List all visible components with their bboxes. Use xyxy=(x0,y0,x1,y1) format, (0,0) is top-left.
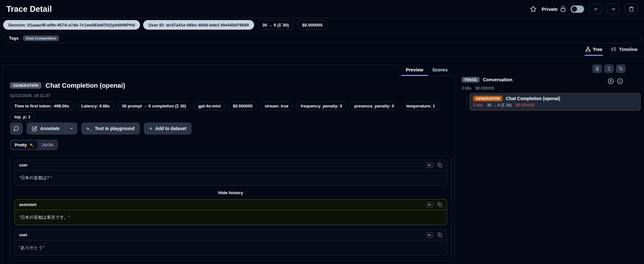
markdown-toggle-icon[interactable]: M↓ xyxy=(426,202,434,207)
message-content: "日本の首都は東京です。" xyxy=(15,210,447,225)
trace-type-badge: TRACE xyxy=(462,77,479,83)
trace-tree-root[interactable]: TRACE Conversation xyxy=(462,77,512,83)
lock-icon xyxy=(560,6,566,12)
tab-preview[interactable]: Preview xyxy=(401,65,428,76)
star-icon xyxy=(530,6,537,12)
privacy-control: Private xyxy=(542,5,584,13)
model-badge[interactable]: gpt-4o-mini xyxy=(194,101,225,110)
token-badge: 30 prompt → 0 completion (Σ 30) xyxy=(117,101,190,110)
observation-actions: Annotate >_ Test in playground + Add to … xyxy=(10,122,192,135)
test-in-playground-button[interactable]: >_ Test in playground xyxy=(81,122,140,135)
comment-button[interactable] xyxy=(10,122,23,135)
percent-icon xyxy=(618,66,623,71)
sparkles-icon xyxy=(29,143,34,147)
markdown-toggle-icon[interactable]: M↓ xyxy=(426,232,434,238)
message-user-1: user M↓ "日本の首都は? " xyxy=(14,160,447,186)
dataset-label: Add to dataset xyxy=(155,126,186,131)
tab-tree[interactable]: Tree xyxy=(585,47,603,56)
public-toggle[interactable] xyxy=(571,5,584,13)
observation-panel: Preview Scores GENERATION Chat Completio… xyxy=(3,65,455,264)
frequency-penalty-badge: frequency_penalty: 0 xyxy=(296,101,347,110)
message-header: assistant M↓ xyxy=(15,200,447,210)
observation-type-badge: GENERATION xyxy=(10,82,41,89)
node-tokens: 30 → 0 (Σ 30) xyxy=(487,103,512,107)
trace-latency: 0.68s xyxy=(462,86,472,91)
chevron-down-icon xyxy=(611,6,616,12)
format-toggle: Pretty JSON xyxy=(10,140,58,150)
user-id-badge[interactable]: User ID: dc47a41e-06bc-400d-bde1-f0e440d… xyxy=(143,20,254,30)
generation-type-badge: GENERATION xyxy=(473,96,502,101)
hide-history-toggle[interactable]: Hide history xyxy=(14,190,447,195)
temperature-badge: temperature: 1 xyxy=(402,101,439,110)
tag-chip[interactable]: Chat Competition xyxy=(23,35,59,41)
tab-timeline[interactable]: Timeline xyxy=(611,47,638,56)
trash-icon xyxy=(629,6,634,12)
add-to-dataset-button[interactable]: + Add to dataset xyxy=(144,122,192,135)
metric-badges-row-2: top_p: 1 xyxy=(10,112,447,121)
message-assistant: assistant M↓ "日本の首都は東京です。" xyxy=(14,199,447,225)
trace-cost: $0.000005 xyxy=(476,86,494,91)
tags-label: Tags xyxy=(9,36,19,40)
stream-badge: stream: true xyxy=(260,101,293,110)
chevrons-collapse-icon xyxy=(607,66,611,71)
message-tools: M↓ xyxy=(426,202,442,207)
node-metrics: 0.68s 30 → 0 (Σ 30) $0.000005 xyxy=(473,103,637,107)
tree-node-generation[interactable]: GENERATION Chat Completion (openai) 0.68… xyxy=(470,93,640,111)
format-pretty-option[interactable]: Pretty xyxy=(11,141,38,149)
annotate-dropdown-button[interactable] xyxy=(65,122,77,135)
bookmark-button[interactable] xyxy=(530,6,537,12)
message-content: "ありがとう" xyxy=(15,240,447,255)
tab-timeline-label: Timeline xyxy=(619,47,638,52)
chevron-down-icon xyxy=(69,126,74,131)
next-trace-button[interactable] xyxy=(607,4,620,14)
award-icon xyxy=(595,66,600,71)
tags-section: Tags Chat Competition xyxy=(3,33,641,43)
tab-scores[interactable]: Scores xyxy=(428,65,452,76)
metric-badges-row: Time to first token: -498.00s Latency: 0… xyxy=(10,101,447,110)
tree-expand-controls xyxy=(608,78,623,84)
scores-toggle-button[interactable] xyxy=(592,64,602,73)
minus-circle-icon[interactable] xyxy=(617,78,623,84)
tree-connector-line xyxy=(467,93,467,110)
tab-tree-label: Tree xyxy=(593,47,603,52)
trace-title: Conversation xyxy=(483,77,513,82)
tree-controls xyxy=(592,64,626,73)
top-bar: Trace Detail Private xyxy=(0,0,644,18)
playground-label: Test in playground xyxy=(95,126,135,131)
node-title: Chat Completion (openai) xyxy=(506,96,560,101)
top-actions: Private xyxy=(530,4,638,14)
terminal-icon: >_ xyxy=(87,126,92,131)
edit-square-icon xyxy=(32,126,37,131)
session-badge[interactable]: Session: 01aaacf6-e0fe-457d-a7de-7c1ee08… xyxy=(3,20,140,30)
toggle-knob xyxy=(572,6,577,12)
format-json-option[interactable]: JSON xyxy=(38,141,57,149)
observation-header: GENERATION Chat Completion (openai) xyxy=(10,82,125,89)
delete-trace-button[interactable] xyxy=(625,4,638,14)
copy-icon[interactable] xyxy=(437,232,442,237)
collapse-all-button[interactable] xyxy=(604,64,614,73)
copy-icon[interactable] xyxy=(437,202,442,207)
plus-icon: + xyxy=(149,125,152,132)
copy-icon[interactable] xyxy=(437,163,442,167)
messages-container: user M↓ "日本の首都は? " Hide history assistan… xyxy=(10,156,451,261)
chevron-up-icon xyxy=(593,6,598,12)
annotate-button[interactable]: Annotate xyxy=(26,122,65,135)
observation-timestamp: 02/12/2024, 14:11:37 xyxy=(10,93,50,98)
metrics-toggle-button[interactable] xyxy=(616,64,626,73)
chat-bubble-icon xyxy=(13,126,19,131)
pretty-label: Pretty xyxy=(15,143,27,147)
message-header: user M↓ xyxy=(15,230,447,240)
message-role: user xyxy=(19,163,27,167)
page-title: Trace Detail xyxy=(6,4,52,14)
annotate-split-button: Annotate xyxy=(26,122,77,135)
previous-trace-button[interactable] xyxy=(589,4,602,14)
message-role: user xyxy=(19,233,27,237)
token-usage-badge: 30 → 0 (Σ 30) xyxy=(257,20,294,30)
markdown-toggle-icon[interactable]: M↓ xyxy=(426,163,434,168)
node-header: GENERATION Chat Completion (openai) xyxy=(473,96,637,101)
cost-badge: $0.000005 xyxy=(228,101,257,110)
trace-metrics: 0.68s $0.000005 xyxy=(462,86,494,91)
node-latency: 0.68s xyxy=(473,103,483,107)
plus-circle-icon[interactable] xyxy=(608,78,614,84)
annotate-label: Annotate xyxy=(40,126,60,131)
